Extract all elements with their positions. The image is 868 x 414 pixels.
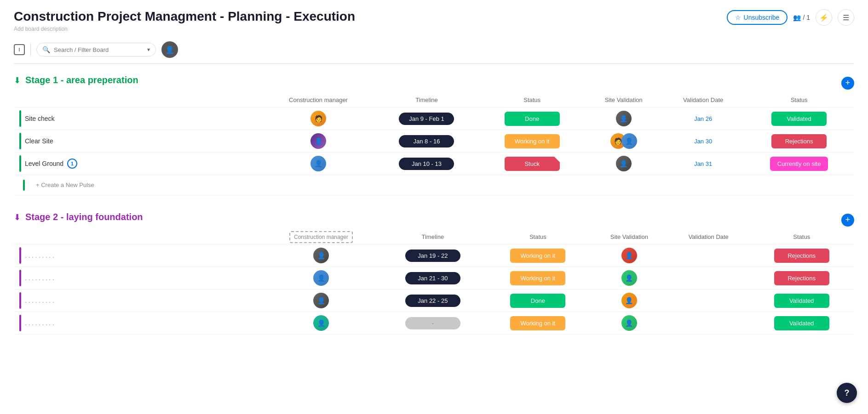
stage2-col-status: Status (485, 230, 590, 244)
avatar: 👤 (313, 248, 329, 263)
stage1-col-site-validation: Site Validation (585, 93, 662, 108)
row-color-bar (19, 133, 21, 149)
status-badge[interactable]: Working on it (510, 316, 565, 330)
row-name[interactable]: Site check (25, 115, 55, 122)
stage2-section: ⬇ Stage 2 - laying foundation + Construc… (14, 212, 854, 335)
row-name-cell: ......... (14, 244, 262, 267)
board-description[interactable]: Add board description (14, 26, 355, 32)
final-status-badge[interactable]: Rejections (774, 249, 829, 263)
add-row-button[interactable]: + Create a New Pulse (29, 178, 102, 192)
row-name[interactable]: Level Ground (25, 160, 63, 167)
stage2-header: ⬇ Stage 2 - laying foundation (14, 212, 143, 222)
stage1-table: Construction manager Timeline Status Sit… (14, 93, 854, 195)
row-color-bar (19, 155, 21, 172)
avatar: 👤 (621, 270, 637, 286)
row-name-cell: ......... (14, 267, 262, 289)
row-color-bar (19, 315, 21, 331)
avatar: 🧑 (310, 111, 326, 126)
table-row: ......... 👤 Jan 21 - 30 Working on it 👤 … (14, 267, 854, 289)
avatar: 👤 (616, 111, 632, 126)
stage2-col-manager: Construction manager (262, 230, 380, 244)
status-badge[interactable]: Working on it (505, 134, 560, 148)
add-row-row: + Create a New Pulse (14, 175, 854, 195)
star-icon: ☆ (735, 14, 741, 21)
row-name[interactable]: Clear Site (25, 137, 53, 145)
stage1-chevron[interactable]: ⬇ (14, 75, 21, 85)
stage2-table: Construction manager Timeline Status Sit… (14, 230, 854, 335)
stage1-col-status: Status (479, 93, 585, 108)
row-color-bar (19, 110, 21, 127)
status-badge[interactable]: Working on it (510, 249, 565, 263)
row-name[interactable]: ......... (25, 274, 56, 282)
validation-date-cell: Jan 26 (662, 108, 744, 130)
stage2-column-headers: Construction manager Timeline Status Sit… (14, 230, 854, 244)
final-status-cell: Validated (744, 108, 854, 130)
timeline-pill[interactable]: Jan 9 - Feb 1 (399, 113, 454, 125)
final-status-badge[interactable]: Validated (771, 112, 827, 126)
users-badge[interactable]: 👥 / 1 (793, 14, 810, 21)
construction-manager-cell: 👤 (263, 153, 374, 175)
construction-manager-header[interactable]: Construction manager (289, 231, 353, 243)
timeline-pill[interactable]: Jan 19 - 22 (405, 250, 460, 262)
table-row: Clear Site 👤 Jan 8 - 16 Working on it (14, 130, 854, 153)
notification-badge[interactable]: 1 (67, 159, 77, 169)
timeline-pill[interactable]: Jan 21 - 30 (405, 272, 460, 284)
timeline-pill[interactable]: Jan 22 - 25 (405, 295, 460, 307)
menu-icon[interactable]: ☰ (838, 9, 854, 26)
avatar: 👤 (621, 293, 637, 308)
user-avatar[interactable]: 👤 (161, 41, 178, 58)
stage1-add-column[interactable]: + (841, 77, 854, 90)
timeline-pill[interactable]: Jan 10 - 13 (399, 158, 454, 170)
validation-date-cell: Jan 30 (662, 130, 744, 153)
timeline-pill[interactable]: Jan 8 - 16 (399, 135, 454, 147)
status-cell: Working on it (479, 130, 585, 153)
row-name[interactable]: ......... (25, 296, 56, 305)
row-color-bar (19, 270, 21, 286)
header-left: Construction Project Managment - Plannin… (14, 9, 355, 32)
stage1-title: Stage 1 - area preperation (25, 75, 138, 85)
stage1-col-final-status: Status (744, 93, 854, 108)
final-status-badge[interactable]: Validated (774, 294, 829, 308)
filter-toggle[interactable]: I (14, 44, 25, 55)
search-input[interactable] (54, 46, 144, 53)
stage2-col-validation-date: Validation Date (668, 230, 749, 244)
final-status-cell: Currently on site (744, 153, 854, 175)
avatar: 👤 (313, 293, 329, 308)
final-status-badge[interactable]: Currently on site (770, 157, 828, 171)
avatar: 👤 (621, 248, 637, 263)
stage2-add-column[interactable]: + (841, 214, 854, 227)
stage2-title: Stage 2 - laying foundation (25, 212, 143, 222)
toolbar: I 🔍 ▾ 👤 (14, 41, 854, 64)
page-title: Construction Project Managment - Plannin… (14, 9, 355, 24)
unsubscribe-button[interactable]: ☆ Unsubscribe (727, 10, 788, 25)
stage1-header: ⬇ Stage 1 - area preperation (14, 75, 138, 85)
stage1-header-row: ⬇ Stage 1 - area preperation + (14, 75, 854, 91)
status-badge[interactable]: Working on it (510, 271, 565, 285)
stage2-chevron[interactable]: ⬇ (14, 212, 21, 222)
search-box[interactable]: 🔍 ▾ (36, 43, 156, 57)
stage1-col-manager: Construction manager (263, 93, 374, 108)
search-dropdown-arrow[interactable]: ▾ (147, 46, 150, 53)
stage2-col-name (14, 230, 262, 244)
status-badge[interactable]: Stuck (505, 157, 560, 171)
add-row-cell: + Create a New Pulse (14, 175, 854, 195)
users-icon: 👥 (793, 14, 801, 21)
activity-icon[interactable]: ⚡ (816, 9, 832, 26)
final-status-badge[interactable]: Rejections (774, 271, 829, 285)
header-right: ☆ Unsubscribe 👥 / 1 ⚡ ☰ (727, 9, 854, 26)
final-status-badge[interactable]: Validated (774, 316, 829, 330)
help-button[interactable]: ? (837, 383, 857, 403)
status-badge[interactable]: Done (510, 294, 565, 308)
final-status-badge[interactable]: Rejections (771, 134, 827, 148)
stage2-header-row: ⬇ Stage 2 - laying foundation + (14, 212, 854, 228)
row-name[interactable]: ......... (25, 251, 56, 260)
construction-manager-cell: 🧑 (263, 108, 374, 130)
row-name[interactable]: ......... (25, 319, 56, 327)
validation-date: Jan 30 (694, 138, 712, 145)
status-badge[interactable]: Done (505, 112, 560, 126)
timeline-pill[interactable]: - (405, 317, 460, 329)
final-status-cell: Rejections (744, 130, 854, 153)
row-name-cell: Level Ground 1 (14, 153, 263, 175)
avatar: 👤 (616, 156, 632, 171)
status-cell: Done (479, 108, 585, 130)
